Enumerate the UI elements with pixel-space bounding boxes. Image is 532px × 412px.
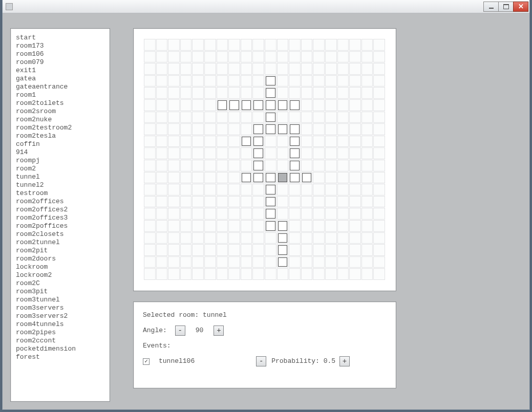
grid-cell[interactable] (204, 136, 216, 147)
grid-cell[interactable] (204, 208, 216, 220)
grid-cell[interactable] (228, 220, 240, 232)
map-tile-selected[interactable] (278, 173, 288, 183)
grid-cell[interactable] (265, 268, 276, 280)
grid-cell[interactable] (144, 99, 156, 111)
list-item[interactable]: lockroom2 (16, 271, 103, 279)
grid-cell[interactable] (313, 51, 325, 63)
grid-cell[interactable] (192, 172, 204, 184)
grid-cell[interactable] (301, 208, 313, 220)
grid-cell[interactable] (337, 51, 349, 63)
grid-cell[interactable] (252, 208, 264, 220)
grid-cell[interactable] (217, 147, 228, 159)
grid-cell[interactable] (241, 75, 252, 87)
grid-cell[interactable] (156, 147, 168, 159)
grid-cell[interactable] (265, 244, 276, 256)
grid-cell[interactable] (313, 208, 325, 220)
grid-cell[interactable] (180, 232, 192, 244)
grid-cell[interactable] (241, 160, 252, 171)
grid-cell[interactable] (156, 39, 168, 51)
grid-cell[interactable] (241, 112, 252, 123)
grid-cell[interactable] (289, 75, 301, 87)
grid-cell[interactable] (361, 123, 373, 135)
grid-cell[interactable] (168, 160, 180, 171)
list-item[interactable]: room2poffices (16, 222, 103, 230)
list-item[interactable]: coffin (16, 140, 103, 148)
grid-cell[interactable] (325, 112, 337, 123)
grid-cell[interactable] (192, 147, 204, 159)
grid-cell[interactable] (289, 208, 301, 220)
grid-cell[interactable] (349, 232, 361, 244)
grid-cell[interactable] (192, 232, 204, 244)
grid-cell[interactable] (168, 232, 180, 244)
grid-cell[interactable] (180, 184, 192, 196)
grid-cell[interactable] (168, 220, 180, 232)
grid-cell[interactable] (168, 147, 180, 159)
grid-cell[interactable] (325, 184, 337, 196)
grid-cell[interactable] (337, 136, 349, 147)
grid-cell[interactable] (289, 196, 301, 208)
grid-cell[interactable] (144, 244, 156, 256)
grid-cell[interactable] (301, 136, 313, 147)
grid-cell[interactable] (301, 123, 313, 135)
room-list-panel[interactable]: startroom173room106room079exit1gateagate… (10, 28, 110, 402)
grid-cell[interactable] (373, 256, 385, 268)
grid-cell[interactable] (192, 63, 204, 75)
grid-cell[interactable] (180, 51, 192, 63)
grid-cell[interactable] (204, 160, 216, 171)
list-item[interactable]: gatea (16, 75, 103, 83)
event-remove-button[interactable]: - (256, 356, 266, 366)
grid-cell[interactable] (277, 136, 289, 147)
grid-cell[interactable] (289, 184, 301, 196)
grid-cell[interactable] (180, 87, 192, 99)
grid-cell[interactable] (277, 268, 289, 280)
grid-cell[interactable] (361, 184, 373, 196)
grid-cell[interactable] (301, 268, 313, 280)
list-item[interactable]: pocketdimension (16, 345, 103, 353)
grid-cell[interactable] (361, 99, 373, 111)
grid-cell[interactable] (325, 87, 337, 99)
grid-cell[interactable] (265, 39, 276, 51)
map-tile[interactable] (302, 173, 312, 183)
grid-cell[interactable] (168, 99, 180, 111)
grid-cell[interactable] (361, 268, 373, 280)
grid-cell[interactable] (349, 220, 361, 232)
grid-cell[interactable] (144, 256, 156, 268)
grid-cell[interactable] (156, 75, 168, 87)
grid-cell[interactable] (337, 172, 349, 184)
grid-cell[interactable] (373, 172, 385, 184)
grid-cell[interactable] (144, 208, 156, 220)
grid-cell[interactable] (192, 268, 204, 280)
grid-cell[interactable] (217, 75, 228, 87)
grid-cell[interactable] (228, 87, 240, 99)
grid-cell[interactable] (156, 136, 168, 147)
map-tile[interactable] (253, 100, 263, 110)
grid-cell[interactable] (204, 147, 216, 159)
list-item[interactable]: start (16, 34, 103, 42)
grid-cell[interactable] (192, 87, 204, 99)
grid-cell[interactable] (277, 51, 289, 63)
grid-cell[interactable] (217, 184, 228, 196)
list-item[interactable]: room2offices (16, 198, 103, 206)
map-tile[interactable] (266, 88, 275, 98)
grid-cell[interactable] (241, 244, 252, 256)
grid-cell[interactable] (217, 123, 228, 135)
grid-cell[interactable] (228, 123, 240, 135)
grid-cell[interactable] (192, 51, 204, 63)
grid-cell[interactable] (349, 268, 361, 280)
list-item[interactable]: room2offices3 (16, 214, 103, 222)
grid-cell[interactable] (301, 184, 313, 196)
map-tile[interactable] (266, 100, 275, 110)
grid-cell[interactable] (337, 75, 349, 87)
grid-cell[interactable] (228, 268, 240, 280)
grid-cell[interactable] (168, 136, 180, 147)
grid-cell[interactable] (337, 196, 349, 208)
angle-increment-button[interactable]: + (214, 326, 224, 336)
map-tile[interactable] (266, 76, 275, 86)
grid-cell[interactable] (217, 87, 228, 99)
grid-cell[interactable] (204, 268, 216, 280)
grid-cell[interactable] (349, 160, 361, 171)
grid-cell[interactable] (144, 196, 156, 208)
list-item[interactable]: room2 (16, 165, 103, 173)
grid-cell[interactable] (325, 75, 337, 87)
map-tile[interactable] (266, 113, 275, 122)
